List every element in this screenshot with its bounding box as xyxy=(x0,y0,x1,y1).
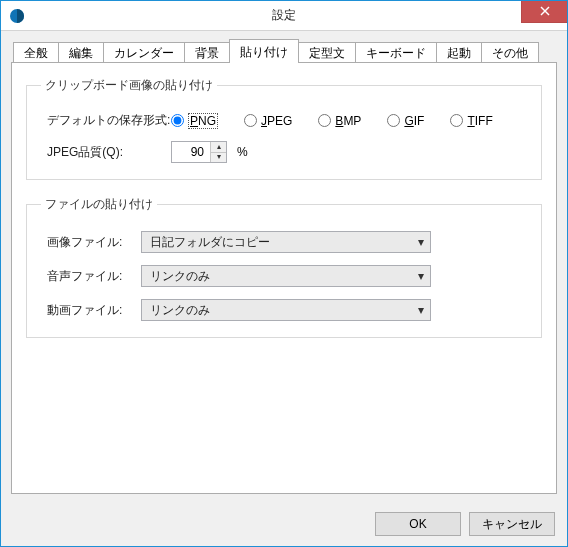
settings-window: 設定 全般 編集 カレンダー 背景 貼り付け 定型文 キーボード 起動 その他 … xyxy=(0,0,568,547)
chevron-down-icon: ▾ xyxy=(412,269,430,283)
radio-bmp[interactable]: BMP xyxy=(318,114,361,128)
tab-edit[interactable]: 編集 xyxy=(58,42,104,63)
titlebar: 設定 xyxy=(1,1,567,31)
tabpanel-paste: クリップボード画像の貼り付け デフォルトの保存形式: PNG JPEG xyxy=(11,62,557,494)
radio-jpeg[interactable]: JPEG xyxy=(244,114,292,128)
jpeg-quality-up[interactable]: ▴ xyxy=(211,142,226,153)
tab-template[interactable]: 定型文 xyxy=(298,42,356,63)
tab-background[interactable]: 背景 xyxy=(184,42,230,63)
radio-bmp-input[interactable] xyxy=(318,114,331,127)
jpeg-quality-label: JPEG品質(Q): xyxy=(41,144,171,161)
video-file-label: 動画ファイル: xyxy=(41,302,141,319)
radio-tiff-input[interactable] xyxy=(450,114,463,127)
jpeg-quality-down[interactable]: ▾ xyxy=(211,153,226,163)
audio-file-select[interactable]: リンクのみ ▾ xyxy=(141,265,431,287)
tab-other[interactable]: その他 xyxy=(481,42,539,63)
chevron-down-icon: ▾ xyxy=(412,235,430,249)
app-icon xyxy=(9,8,25,24)
group-file-paste: ファイルの貼り付け 画像ファイル: 日記フォルダにコピー ▾ 音声ファイル: リ… xyxy=(26,196,542,338)
jpeg-quality-spinner[interactable]: ▴ ▾ xyxy=(171,141,227,163)
window-title: 設定 xyxy=(1,7,567,24)
tabstrip: 全般 編集 カレンダー 背景 貼り付け 定型文 キーボード 起動 その他 xyxy=(13,39,557,62)
close-button[interactable] xyxy=(521,1,567,23)
group-file-paste-legend: ファイルの貼り付け xyxy=(41,196,157,213)
tab-startup[interactable]: 起動 xyxy=(436,42,482,63)
tab-general[interactable]: 全般 xyxy=(13,42,59,63)
ok-button[interactable]: OK xyxy=(375,512,461,536)
radio-tiff[interactable]: TIFF xyxy=(450,114,492,128)
tab-paste[interactable]: 貼り付け xyxy=(229,39,299,63)
image-file-label: 画像ファイル: xyxy=(41,234,141,251)
radio-png[interactable]: PNG xyxy=(171,113,218,129)
default-format-label: デフォルトの保存形式: xyxy=(41,112,171,129)
group-clipboard-image: クリップボード画像の貼り付け デフォルトの保存形式: PNG JPEG xyxy=(26,77,542,180)
video-file-value: リンクのみ xyxy=(142,302,412,319)
content-area: 全般 編集 カレンダー 背景 貼り付け 定型文 キーボード 起動 その他 クリッ… xyxy=(1,31,567,546)
jpeg-quality-input[interactable] xyxy=(172,142,210,162)
image-file-select[interactable]: 日記フォルダにコピー ▾ xyxy=(141,231,431,253)
tab-keyboard[interactable]: キーボード xyxy=(355,42,437,63)
radio-jpeg-input[interactable] xyxy=(244,114,257,127)
radio-gif-input[interactable] xyxy=(387,114,400,127)
cancel-button[interactable]: キャンセル xyxy=(469,512,555,536)
radio-gif[interactable]: GIF xyxy=(387,114,424,128)
video-file-select[interactable]: リンクのみ ▾ xyxy=(141,299,431,321)
tab-calendar[interactable]: カレンダー xyxy=(103,42,185,63)
format-radios: PNG JPEG BMP GIF xyxy=(171,113,493,129)
chevron-down-icon: ▾ xyxy=(412,303,430,317)
button-bar: OK キャンセル xyxy=(375,512,555,536)
audio-file-label: 音声ファイル: xyxy=(41,268,141,285)
image-file-value: 日記フォルダにコピー xyxy=(142,234,412,251)
radio-png-input[interactable] xyxy=(171,114,184,127)
audio-file-value: リンクのみ xyxy=(142,268,412,285)
pct-label: % xyxy=(237,145,248,159)
group-clipboard-image-legend: クリップボード画像の貼り付け xyxy=(41,77,217,94)
